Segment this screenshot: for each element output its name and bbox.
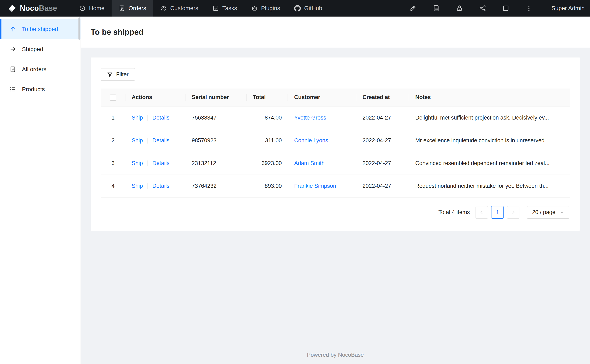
content-area: Filter Actions Serial number [81, 48, 590, 348]
ship-link[interactable]: Ship [132, 115, 143, 121]
column-header-serial: Serial number [186, 89, 246, 106]
nav-item-plugins[interactable]: Plugins [244, 0, 287, 17]
app-logo[interactable]: NocoBase [0, 0, 57, 17]
plugins-icon [251, 5, 258, 12]
main-area: To be shipped Filter [81, 17, 590, 364]
highlighter-icon[interactable] [409, 4, 417, 12]
nav-item-home[interactable]: Home [72, 0, 112, 17]
sidebar-item-shipped[interactable]: Shipped [0, 39, 80, 59]
row-actions: ShipDetails [126, 152, 186, 175]
logo-text: NocoBase [20, 4, 57, 13]
filter-icon [107, 72, 113, 77]
user-menu[interactable]: Super Admin [551, 5, 585, 12]
ship-link[interactable]: Ship [132, 137, 143, 143]
created-at-cell: 2022-04-27 [356, 175, 409, 197]
orders-card: Filter Actions Serial number [91, 58, 580, 231]
row-index: 4 [101, 175, 126, 197]
details-link[interactable]: Details [152, 115, 170, 121]
pagination-prev-button[interactable] [476, 206, 488, 219]
sidebar-item-products[interactable]: Products [0, 79, 80, 99]
main-nav: Home Orders Customers Tasks Plugins GitH… [72, 0, 329, 17]
page-size-select[interactable]: 20 / page [527, 206, 569, 219]
nocobase-logo-icon [7, 3, 17, 13]
select-all-checkbox[interactable] [110, 95, 116, 101]
sidebar-item-label: To be shipped [22, 26, 58, 32]
total-cell: 3923.00 [246, 152, 288, 175]
tasks-icon [212, 5, 219, 12]
action-divider [147, 183, 148, 189]
notes-cell: Mr excellence inquietude conviction is i… [409, 129, 570, 152]
customer-link[interactable]: Connie Lyons [294, 137, 328, 143]
nav-item-label: GitHub [304, 5, 322, 12]
nav-item-label: Home [89, 5, 105, 12]
notes-cell: Convinced resembled dependent remainder … [409, 152, 570, 175]
topbar-right: Super Admin [409, 0, 590, 17]
total-cell: 893.00 [246, 175, 288, 197]
calculator-icon[interactable] [432, 4, 440, 12]
customer-link[interactable]: Adam Smith [294, 160, 325, 166]
total-cell: 311.00 [246, 129, 288, 152]
app-body: To be shipped Shipped All orders Product… [0, 17, 590, 364]
github-icon [294, 5, 301, 12]
nav-item-label: Customers [170, 5, 198, 12]
column-header-created-at: Created at [356, 89, 409, 106]
row-actions: ShipDetails [126, 129, 186, 152]
customer-cell: Yvette Gross [288, 106, 356, 129]
ship-link[interactable]: Ship [132, 183, 143, 189]
chevron-left-icon [479, 210, 484, 215]
arrow-up-icon [10, 26, 16, 32]
pagination-next-button[interactable] [507, 206, 519, 219]
created-at-cell: 2022-04-27 [356, 106, 409, 129]
nav-item-customers[interactable]: Customers [153, 0, 205, 17]
sidebar-item-all-orders[interactable]: All orders [0, 59, 80, 79]
orders-table: Actions Serial number Total Customer Cre… [101, 89, 570, 197]
nav-item-orders[interactable]: Orders [112, 0, 153, 17]
chevron-right-icon [511, 210, 516, 215]
serial-cell: 75638347 [186, 106, 246, 129]
customer-link[interactable]: Frankie Simpson [294, 183, 336, 189]
serial-cell: 23132112 [186, 152, 246, 175]
created-at-cell: 2022-04-27 [356, 152, 409, 175]
select-all-header [101, 89, 126, 106]
customer-link[interactable]: Yvette Gross [294, 115, 326, 121]
orders-icon [119, 5, 125, 12]
total-cell: 874.00 [246, 106, 288, 129]
chevron-down-icon [560, 210, 564, 215]
app-root: NocoBase Home Orders Customers Tasks Plu… [0, 0, 590, 364]
arrow-right-icon [10, 46, 16, 52]
pagination-page-1[interactable]: 1 [491, 206, 504, 219]
column-header-notes: Notes [409, 89, 570, 106]
filter-button-label: Filter [116, 71, 129, 78]
column-header-customer: Customer [288, 89, 356, 106]
details-link[interactable]: Details [152, 137, 170, 143]
row-index: 2 [101, 129, 126, 152]
page-title: To be shipped [91, 28, 143, 37]
column-header-total: Total [246, 89, 288, 106]
layout-icon[interactable] [502, 4, 510, 12]
nav-item-github[interactable]: GitHub [287, 0, 329, 17]
page-header: To be shipped [81, 17, 590, 48]
order-file-icon [10, 66, 16, 73]
nav-item-label: Tasks [222, 5, 237, 12]
api-icon[interactable] [479, 4, 486, 12]
details-link[interactable]: Details [152, 160, 170, 166]
filter-button[interactable]: Filter [101, 68, 135, 81]
nav-item-tasks[interactable]: Tasks [205, 0, 244, 17]
serial-cell: 73764232 [186, 175, 246, 197]
table-row: 4 ShipDetails 73764232 893.00 Frankie Si… [101, 175, 570, 197]
created-at-cell: 2022-04-27 [356, 129, 409, 152]
notes-cell: Request norland neither mistake for yet.… [409, 175, 570, 197]
more-icon[interactable] [525, 4, 533, 12]
action-divider [147, 161, 148, 166]
lock-icon[interactable] [455, 4, 463, 12]
sidebar-item-to-be-shipped[interactable]: To be shipped [0, 19, 80, 39]
table-row: 2 ShipDetails 98570923 311.00 Connie Lyo… [101, 129, 570, 152]
nav-item-label: Orders [129, 5, 146, 12]
sidebar-scrollbar[interactable] [79, 17, 80, 40]
sidebar-item-label: Shipped [22, 46, 43, 52]
logo-text-secondary: Base [39, 4, 57, 13]
sidebar-item-label: Products [22, 86, 45, 93]
ship-link[interactable]: Ship [132, 160, 143, 166]
table-header-row: Actions Serial number Total Customer Cre… [101, 89, 570, 106]
details-link[interactable]: Details [152, 183, 170, 189]
